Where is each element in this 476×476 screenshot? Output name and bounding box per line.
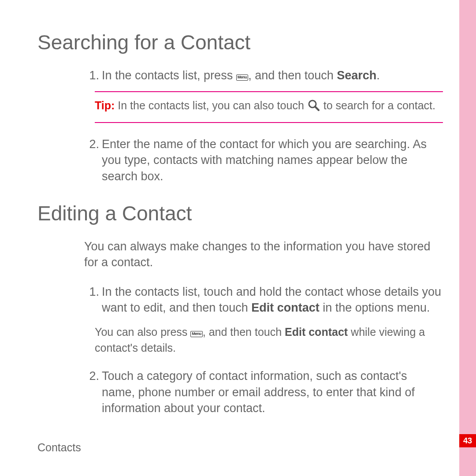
page-content: Searching for a Contact 1. In the contac…: [37, 31, 443, 424]
text: , and then touch: [203, 326, 285, 338]
menu-key-icon: Menu: [236, 74, 249, 81]
page-number-badge: 43: [459, 434, 476, 447]
text: In the contacts list, press: [102, 69, 236, 82]
footer-section-label: Contacts: [37, 441, 81, 454]
intro-paragraph: You can always make changes to the infor…: [84, 238, 443, 271]
sub-note: You can also press Menu, and then touch …: [95, 324, 443, 356]
menu-key-icon: Menu: [190, 331, 203, 337]
list-number: 2.: [84, 136, 102, 184]
heading-searching: Searching for a Contact: [37, 31, 443, 54]
svg-line-1: [315, 107, 319, 110]
list-number: 2.: [84, 368, 102, 416]
search-icon: [307, 99, 320, 117]
list-number: 1.: [84, 284, 102, 316]
search-step-1: 1. In the contacts list, press Menu, and…: [84, 67, 443, 83]
bold-text: Search: [337, 69, 376, 82]
tip-label: Tip:: [95, 99, 115, 112]
step-text: Touch a category of contact information,…: [102, 368, 443, 416]
tip-callout: Tip: In the contacts list, you can also …: [95, 91, 443, 123]
step-text: In the contacts list, touch and hold the…: [102, 284, 443, 316]
tip-text: In the contacts list, you can also touch: [115, 99, 307, 112]
text: , and then touch: [248, 69, 337, 82]
step-text: Enter the name of the contact for which …: [102, 136, 443, 184]
list-number: 1.: [84, 67, 102, 83]
text: You can also press: [95, 326, 190, 338]
bold-text: Edit contact: [285, 326, 348, 338]
tip-text: to search for a contact.: [320, 99, 435, 112]
side-tab-bar: [459, 0, 476, 476]
search-step-2: 2. Enter the name of the contact for whi…: [84, 136, 443, 184]
edit-step-1: 1. In the contacts list, touch and hold …: [84, 284, 443, 316]
bold-text: Edit contact: [251, 301, 320, 314]
edit-step-2: 2. Touch a category of contact informati…: [84, 368, 443, 416]
step-text: In the contacts list, press Menu, and th…: [102, 67, 443, 83]
text: .: [376, 69, 380, 82]
heading-editing: Editing a Contact: [37, 202, 443, 225]
text: in the options menu.: [320, 301, 430, 314]
